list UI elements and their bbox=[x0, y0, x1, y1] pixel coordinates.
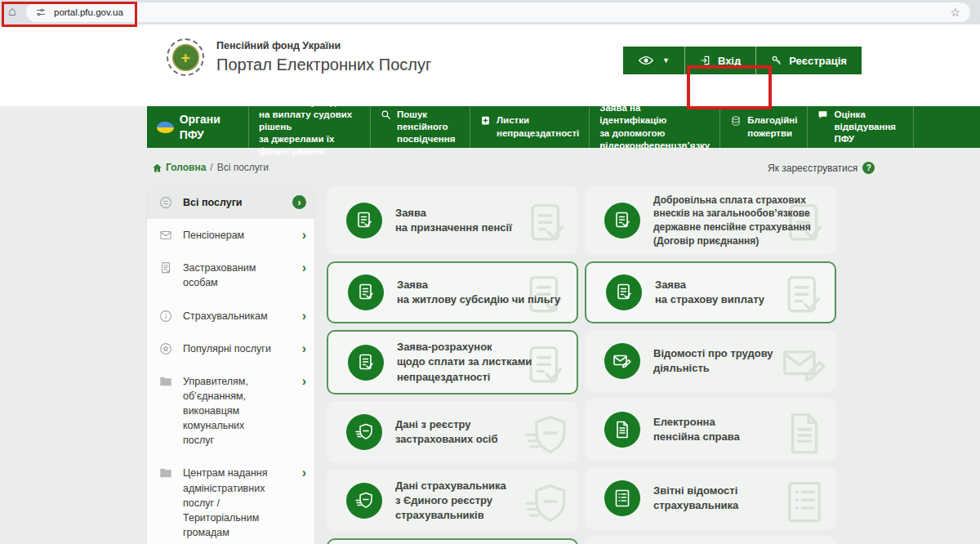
breadcrumb-home-link[interactable]: Головна bbox=[152, 162, 206, 173]
document-page-watermark-icon bbox=[781, 410, 828, 457]
nav-item-zvity-obliku[interactable]: Звіти обліку видатків на виплату судових… bbox=[249, 106, 371, 148]
document-icon bbox=[158, 261, 173, 275]
sidebar-item-all-services[interactable]: Всі послуги › bbox=[147, 186, 314, 219]
nav-filler bbox=[914, 106, 980, 148]
key-icon bbox=[771, 55, 782, 66]
sidebar-item-insured-persons[interactable]: Застрахованим особам › bbox=[147, 252, 314, 299]
service-title: Звітні відомості страхувальника bbox=[653, 484, 738, 513]
comment-icon bbox=[817, 109, 828, 120]
service-card-insurer-reporting-data[interactable]: Звітні відомості страхувальника bbox=[585, 467, 836, 529]
sidebar-item-building-managers[interactable]: Управителям, об’єднанням, виконавцям ком… bbox=[147, 365, 314, 457]
breadcrumb-home-label: Головна bbox=[166, 162, 206, 173]
browser-window: ⌂ portal.pfu.gov.ua ☆ + Пенсійний фонд У… bbox=[0, 0, 980, 544]
address-bar[interactable]: portal.pfu.gov.ua ☆ bbox=[26, 2, 970, 22]
nav-item-zaiava-identyfikatsiia[interactable]: Заява на ідентифікацію за допомогою віде… bbox=[590, 106, 720, 148]
search-icon bbox=[381, 109, 391, 120]
eye-icon bbox=[638, 55, 654, 66]
sidebar-item-popular-services[interactable]: Популярні послуги › bbox=[147, 332, 314, 365]
sidebar-item-label: Застрахованим особам bbox=[183, 261, 292, 290]
service-title: Заява на призначення пенсії bbox=[395, 206, 512, 235]
folder-icon bbox=[158, 466, 173, 480]
star-circle-icon bbox=[158, 341, 173, 356]
nav-item-blahodiini-pozhertvy[interactable]: Благодійні пожертви bbox=[720, 106, 808, 148]
folder-icon bbox=[158, 374, 173, 389]
bookmark-star-icon[interactable]: ☆ bbox=[950, 6, 960, 19]
login-label: Вхід bbox=[718, 55, 741, 67]
sidebar-item-admin-service-centers[interactable]: Центрам надання адміністративних послуг … bbox=[147, 457, 314, 544]
org-name: Пенсійний фонд України bbox=[216, 40, 431, 51]
question-mark-icon[interactable]: ? bbox=[862, 162, 875, 174]
doc-check-icon bbox=[348, 274, 384, 310]
nav-item-organy-pfu[interactable]: Органи ПФУ bbox=[147, 106, 249, 148]
shield-icon bbox=[346, 483, 382, 519]
service-card-voluntary-insurance-payment[interactable]: Добровільна сплата страхових внесків на … bbox=[585, 186, 836, 255]
home-icon bbox=[152, 163, 163, 173]
sidebar-item-insurers[interactable]: Страхувальникам › bbox=[147, 300, 314, 332]
service-card-employment-records[interactable]: Відомості про трудову діяльність bbox=[585, 330, 836, 392]
register-label: Реєстрація bbox=[789, 55, 847, 67]
service-card-insurer-registry-data[interactable]: Дані страхувальника з Єдиного реєстру ст… bbox=[327, 470, 578, 532]
coins-icon bbox=[730, 115, 742, 127]
services-column-left: Заява на призначення пенсії Заява на жит… bbox=[327, 186, 578, 544]
sidebar-item-label: Управителям, об’єднанням, виконавцям ком… bbox=[183, 374, 292, 448]
service-card-partial[interactable] bbox=[327, 538, 578, 544]
auth-bar: ▼ Вхід Реєстрація bbox=[623, 47, 862, 74]
chevron-down-icon: ▼ bbox=[662, 56, 670, 65]
chevron-right-circle-icon: › bbox=[292, 195, 306, 209]
login-button[interactable]: Вхід bbox=[684, 47, 755, 74]
info-icon bbox=[158, 309, 173, 323]
doc-check-watermark-icon bbox=[523, 201, 570, 248]
list-circle-icon bbox=[158, 195, 173, 210]
nav-label: Пошук пенсійного посвідчення bbox=[397, 109, 460, 146]
sidebar-item-label: Популярні послуги bbox=[183, 341, 292, 356]
services-sidebar: Всі послуги › Пенсіонерам › Застраховани… bbox=[147, 186, 314, 544]
sidebar-item-label: Всі послуги bbox=[183, 195, 283, 210]
service-card-insured-persons-registry[interactable]: Дані з реєстру застрахованих осіб bbox=[327, 401, 578, 463]
site-settings-icon[interactable] bbox=[36, 7, 46, 17]
sick-leave-icon bbox=[480, 115, 491, 126]
service-card-electronic-pension-file[interactable]: Електронна пенсійна справа bbox=[585, 399, 836, 461]
how-to-register-label: Як зареєструватися bbox=[768, 163, 858, 174]
chevron-right-icon: › bbox=[302, 309, 306, 323]
service-card-housing-subsidy[interactable]: Заява на житлову субсидію чи пільгу bbox=[327, 261, 578, 323]
nav-item-lystky-nepratsezdatnosti[interactable]: Листки непрацездатності bbox=[470, 106, 590, 148]
how-to-register-link[interactable]: Як зареєструватися ? bbox=[768, 162, 875, 174]
register-button[interactable]: Реєстрація bbox=[755, 47, 862, 74]
service-card-partial[interactable] bbox=[585, 536, 836, 544]
service-title: Дані з реєстру застрахованих осіб bbox=[395, 417, 498, 447]
service-title: Заява на житлову субсидію чи пільгу bbox=[397, 278, 560, 307]
doc-check-watermark-icon bbox=[779, 273, 826, 320]
nav-label: Звіти обліку видатків на виплату судових… bbox=[259, 96, 360, 158]
service-card-pension-application[interactable]: Заява на призначення пенсії bbox=[327, 186, 578, 255]
document-list-icon bbox=[604, 480, 640, 516]
service-card-sick-leave-calculation[interactable]: Заява-розрахунок щодо сплати за листками… bbox=[327, 330, 578, 395]
ukraine-map-icon bbox=[157, 122, 174, 133]
login-icon bbox=[700, 55, 711, 66]
shield-watermark-icon bbox=[523, 481, 570, 528]
sidebar-item-pensioners[interactable]: Пенсіонерам › bbox=[147, 219, 314, 252]
browser-home-icon[interactable]: ⌂ bbox=[8, 3, 16, 20]
nav-item-poshuk-posvidchennia[interactable]: Пошук пенсійного посвідчення bbox=[371, 106, 470, 148]
pfu-emblem-icon: + bbox=[167, 38, 204, 76]
nav-item-otsinka-vidviduvannia[interactable]: Оцінка відвідування ПФУ bbox=[808, 106, 914, 148]
service-title: Відомості про трудову діяльність bbox=[653, 346, 830, 376]
url-text[interactable]: portal.pfu.gov.ua bbox=[54, 7, 123, 17]
chevron-right-icon: › bbox=[302, 374, 306, 388]
browser-toolbar: ⌂ portal.pfu.gov.ua ☆ bbox=[0, 0, 980, 25]
service-title: Заява-розрахунок щодо сплати за листками… bbox=[397, 340, 532, 385]
service-card-insurance-payout-application[interactable]: Заява на страхову виплату bbox=[585, 261, 836, 323]
sidebar-item-label: Центрам надання адміністративних послуг … bbox=[183, 466, 292, 540]
chevron-right-icon: › bbox=[302, 341, 306, 355]
portal-title: Портал Електронних Послуг bbox=[216, 56, 431, 74]
document-list-watermark-icon bbox=[781, 479, 828, 526]
accessibility-button[interactable]: ▼ bbox=[623, 47, 684, 74]
nav-label: Благодійні пожертви bbox=[747, 114, 797, 139]
nav-label: Заява на ідентифікацію за допомогою віде… bbox=[599, 102, 710, 152]
breadcrumb: Головна / Всі послуги bbox=[152, 162, 269, 173]
chevron-right-icon: › bbox=[302, 228, 306, 242]
breadcrumb-separator: / bbox=[210, 162, 212, 173]
pfu-logo[interactable]: + Пенсійний фонд України Портал Електрон… bbox=[167, 38, 431, 76]
service-title: Електронна пенсійна справа bbox=[653, 415, 740, 444]
nav-label: Органи ПФУ bbox=[180, 112, 238, 142]
breadcrumb-current: Всі послуги bbox=[217, 162, 269, 173]
